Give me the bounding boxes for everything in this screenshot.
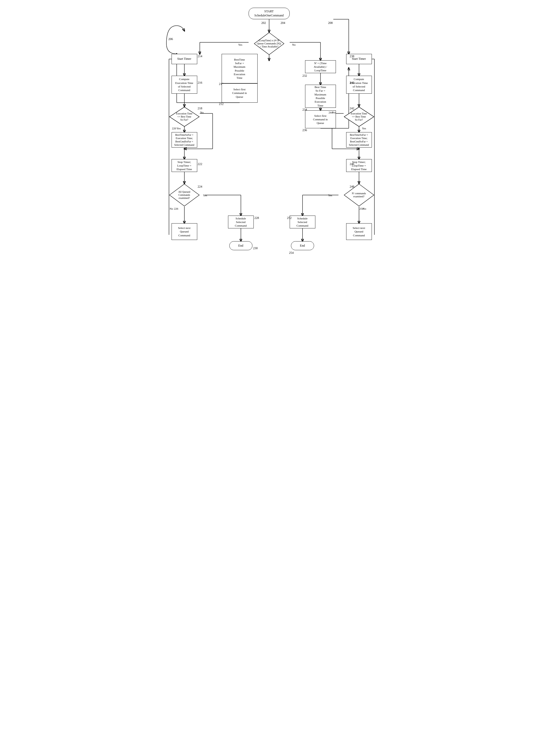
label-246: 246 bbox=[344, 162, 354, 166]
all-queued-left-label: All Queued Commands examined? bbox=[178, 190, 190, 199]
label-yes-exec-left: Yes bbox=[177, 127, 181, 130]
select-first-yes-label: Select first Command in Queue bbox=[232, 87, 247, 99]
flowchart-container: START ScheduleOneCommand 202 204 208 206… bbox=[154, 5, 385, 328]
label-226: 226 bbox=[174, 207, 179, 210]
n-prime-label: N' = (Time Available) / LoopTime bbox=[314, 61, 327, 72]
label-216: 216 bbox=[198, 81, 202, 85]
exec-decision-right-label: Execution Time <= Best Time So Far? bbox=[351, 112, 367, 121]
best-time-no: Best Time So Far = Maximum Possible Exec… bbox=[305, 85, 336, 108]
end-center: End bbox=[291, 241, 314, 250]
schedule-center-label: Schedule Selected Command bbox=[296, 216, 308, 228]
label-206: 206 bbox=[169, 37, 173, 41]
label-yes-nexamined: Yes bbox=[328, 194, 332, 197]
label-248: 248 bbox=[344, 185, 354, 189]
exec-decision-left: Execution Time <= Best Time So Far? bbox=[169, 107, 200, 127]
select-next-left: Select next Queued Command bbox=[172, 223, 197, 240]
select-first-no-label: Select first Command in Queue bbox=[313, 114, 328, 125]
best-time-no-label: Best Time So Far = Maximum Possible Exec… bbox=[315, 85, 326, 107]
schedule-center: Schedule Selected Command bbox=[290, 215, 315, 228]
best-time-soFar-right-label: BestTimeSoFar = Execution Time; BestCmdS… bbox=[349, 133, 369, 147]
label-228: 228 bbox=[254, 216, 259, 220]
start-timer-left: Start Timer bbox=[172, 54, 197, 64]
stop-timer-left: Stop Timer; LoopTime = Elapsed Time bbox=[172, 159, 197, 172]
label-238: 238 bbox=[344, 54, 354, 58]
label-218: 218 bbox=[198, 107, 202, 110]
end-center-label: End bbox=[300, 244, 305, 248]
label-240: 240 bbox=[344, 81, 354, 85]
label-252: 252 bbox=[287, 216, 292, 220]
label-no-exec-left: No bbox=[200, 111, 204, 114]
label-yes-exec-right: Yes bbox=[362, 127, 366, 130]
select-next-right: Select next Queued Command bbox=[346, 223, 372, 240]
label-214: 214 bbox=[198, 54, 202, 58]
end-left-label: End bbox=[238, 244, 243, 248]
label-204: 204 bbox=[281, 21, 285, 25]
start-label: START ScheduleOneCommand bbox=[254, 10, 284, 18]
label-244: 244 bbox=[329, 111, 333, 114]
best-time-soFar-left: BestTimeSoFar = Execution Time; BestCmdS… bbox=[172, 132, 197, 148]
schedule-left-label: Schedule Selected Command bbox=[235, 216, 247, 228]
best-time-soFar-right: BestTimeSoFar = Execution Time; BestCmdS… bbox=[346, 132, 372, 148]
compute-left: Compute Execution Time of Selected Comma… bbox=[172, 76, 197, 94]
n-prime-examined-label: N' commands examined? bbox=[352, 192, 366, 198]
compute-right-label: Compute Execution Time of Selected Comma… bbox=[350, 77, 368, 92]
label-224: 224 bbox=[198, 185, 202, 189]
n-prime: N' = (Time Available) / LoopTime bbox=[305, 60, 336, 73]
label-yes-main-left: Yes bbox=[238, 43, 242, 46]
schedule-left: Schedule Selected Command bbox=[228, 215, 254, 228]
label-230: 230 bbox=[253, 246, 258, 250]
label-212: 212 bbox=[219, 102, 224, 106]
best-time-yes: BestTime SoFar = Maximum Possible Execut… bbox=[222, 54, 258, 83]
label-220: 220 bbox=[172, 127, 177, 130]
all-queued-left: All Queued Commands examined? bbox=[169, 183, 200, 207]
label-no-main-right: No bbox=[292, 43, 296, 46]
main-decision-label: (LoopTime) x (# Of Queue Commands [N]) <… bbox=[257, 39, 281, 48]
best-time-soFar-left-label: BestTimeSoFar = Execution Time; BestCmdS… bbox=[174, 133, 194, 147]
stop-timer-left-label: Stop Timer; LoopTime = Elapsed Time bbox=[177, 160, 192, 171]
best-time-yes-label: BestTime SoFar = Maximum Possible Execut… bbox=[234, 58, 245, 80]
label-no-queued-left: No bbox=[170, 207, 173, 210]
exec-decision-left-label: Execution Time <= Best Time So Far? bbox=[176, 112, 192, 121]
label-250: 250 bbox=[359, 207, 364, 210]
label-202: 202 bbox=[261, 21, 266, 25]
start-node: START ScheduleOneCommand bbox=[248, 8, 290, 19]
end-left: End bbox=[229, 241, 252, 250]
select-first-yes: Select first Command in Queue bbox=[222, 83, 258, 103]
compute-right: Compute Execution Time of Selected Comma… bbox=[346, 76, 372, 94]
select-next-left-label: Select next Queued Command bbox=[178, 226, 190, 237]
compute-left-label: Compute Execution Time of Selected Comma… bbox=[175, 77, 193, 92]
label-242: 242 bbox=[344, 107, 354, 110]
label-222: 222 bbox=[198, 162, 202, 166]
label-254: 254 bbox=[289, 251, 294, 255]
start-timer-left-label: Start Timer bbox=[177, 57, 191, 61]
label-208: 208 bbox=[328, 21, 333, 25]
label-yes-queued-left: Yes bbox=[203, 194, 207, 197]
main-decision: (LoopTime) x (# Of Queue Commands [N]) <… bbox=[254, 32, 285, 55]
label-236: 236 bbox=[302, 128, 307, 132]
select-next-right-label: Select next Queued Command bbox=[352, 226, 365, 237]
label-232: 232 bbox=[302, 74, 307, 78]
